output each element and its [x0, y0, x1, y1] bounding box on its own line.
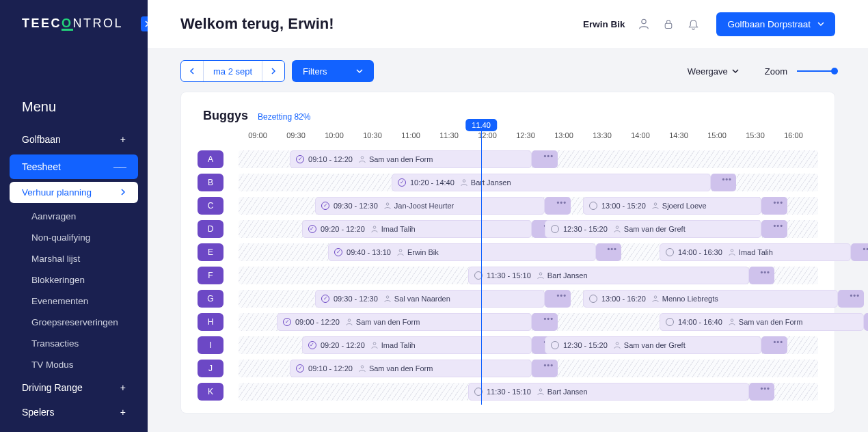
lock-icon[interactable]	[659, 14, 678, 33]
sidebar-sub-groeps[interactable]: Groepsreserveringen	[0, 312, 148, 333]
plus-icon: +	[120, 134, 126, 145]
booking-cleanup[interactable]: •••	[864, 313, 868, 331]
booking-segment[interactable]: 11:30 - 15:10Bart Jansen	[468, 267, 749, 284]
date-next-button[interactable]	[262, 61, 284, 81]
booking-cleanup[interactable]: •••	[838, 290, 864, 308]
row-track[interactable]: •••09:10 - 12:20Sam van den Form	[239, 150, 818, 168]
view-dropdown[interactable]: Weergave	[688, 66, 739, 77]
booking-segment[interactable]: 09:20 - 12:20Imad Talih	[302, 220, 532, 238]
menu-heading: Menu	[0, 99, 148, 127]
row-track[interactable]: •••10:20 - 14:40Bart Jansen	[239, 174, 818, 191]
booking-cleanup[interactable]: •••	[545, 197, 571, 215]
location-dropdown[interactable]: Golfbaan Dorpstraat	[716, 12, 835, 36]
brand-underscore: O	[62, 18, 73, 31]
booking-segment[interactable]: 09:10 - 12:20Sam van den Form	[290, 360, 532, 377]
booking-cleanup[interactable]: •••	[532, 150, 558, 168]
row-track[interactable]: •••09:00 - 12:20Sam van den Form•••14:00…	[239, 313, 818, 331]
booking-cleanup[interactable]: •••	[532, 313, 558, 331]
row-track[interactable]: •••09:20 - 12:20Imad Talih•••12:30 - 15:…	[239, 220, 818, 238]
svg-point-18	[539, 389, 542, 392]
row-track[interactable]: •••11:30 - 15:10Bart Jansen	[239, 383, 818, 401]
booking-segment[interactable]: 14:00 - 16:40Sam van den Form	[660, 313, 864, 331]
zoom-slider[interactable]	[797, 70, 835, 72]
booking-name: Sam van der Greft	[624, 341, 686, 349]
booking-segment[interactable]: 13:00 - 16:20Menno Liebregts	[583, 290, 838, 308]
row-track[interactable]: •••11:30 - 15:10Bart Jansen	[239, 267, 818, 284]
status-check-icon	[666, 318, 674, 326]
more-icon[interactable]: •••	[773, 338, 783, 346]
booking-segment[interactable]: 12:30 - 15:20Sam van der Greft	[545, 220, 761, 238]
sidebar-sub-trans[interactable]: Transacties	[0, 333, 148, 354]
person-icon	[383, 295, 392, 303]
more-icon[interactable]: •••	[543, 152, 554, 160]
main-area: Welkom terug, Erwin! Erwin Bik Golfbaan …	[148, 0, 868, 432]
sidebar-sub-marshal[interactable]: Marshal lijst	[0, 248, 148, 269]
more-icon[interactable]: •••	[773, 198, 783, 206]
booking-segment[interactable]: 09:30 - 12:30Sal van Naarden	[315, 290, 545, 308]
more-icon[interactable]: •••	[557, 291, 567, 299]
zoom-thumb[interactable]	[831, 68, 838, 75]
sidebar-sub-verhuur[interactable]: Verhuur planning	[10, 182, 138, 203]
sidebar-group-spelers[interactable]: Spelers +	[0, 400, 148, 424]
more-icon[interactable]: •••	[543, 361, 554, 369]
more-icon[interactable]: •••	[607, 245, 617, 253]
sidebar: TEECONTROL Menu Golfbaan + Teesheet —— V…	[0, 0, 148, 432]
booking-name: Sal van Naarden	[394, 295, 450, 303]
person-icon	[370, 341, 379, 349]
booking-cleanup[interactable]: •••	[749, 383, 774, 401]
filters-dropdown[interactable]: Filters	[292, 60, 374, 82]
user-name: Erwin Bik	[583, 19, 625, 29]
booking-cleanup[interactable]: •••	[749, 267, 774, 284]
date-label[interactable]: ma 2 sept	[203, 61, 262, 81]
more-icon[interactable]: •••	[760, 384, 770, 392]
booking-cleanup[interactable]: •••	[761, 336, 787, 354]
zoom-label: Zoom	[765, 66, 787, 77]
booking-cleanup[interactable]: •••	[761, 220, 787, 238]
booking-segment[interactable]: 09:00 - 12:20Sam van den Form	[277, 313, 532, 331]
booking-segment[interactable]: 09:30 - 12:30Jan-Joost Heurter	[315, 197, 545, 215]
sidebar-group-teesheet[interactable]: Teesheet ——	[10, 154, 138, 179]
more-icon[interactable]: •••	[722, 175, 732, 183]
sidebar-sub-even[interactable]: Evenementen	[0, 291, 148, 312]
bell-icon[interactable]	[683, 14, 703, 33]
sidebar-sub-nonqual[interactable]: Non-qualifying	[0, 227, 148, 248]
row-track[interactable]: •••09:40 - 13:10Erwin Bik•••14:00 - 16:3…	[239, 243, 818, 261]
sidebar-sub-aanvragen[interactable]: Aanvragen	[0, 206, 148, 227]
booking-cleanup[interactable]: •••	[596, 243, 621, 261]
user-icon[interactable]	[634, 14, 653, 33]
row-track[interactable]: •••09:30 - 12:30Sal van Naarden•••13:00 …	[239, 290, 818, 308]
booking-segment[interactable]: 11:30 - 15:10Bart Jansen	[468, 383, 749, 401]
more-icon[interactable]: •••	[760, 268, 770, 276]
sidebar-group-golfbaan[interactable]: Golfbaan +	[0, 127, 148, 152]
date-prev-button[interactable]	[181, 61, 203, 81]
more-icon[interactable]: •••	[850, 291, 860, 299]
sidebar-sub-tv[interactable]: TV Modus	[0, 354, 148, 375]
booking-segment[interactable]: 10:20 - 14:40Bart Jansen	[392, 174, 711, 191]
booking-segment[interactable]: 13:00 - 15:20Sjoerd Loeve	[583, 197, 761, 215]
sidebar-sub-label: TV Modus	[31, 360, 74, 370]
booking-segment[interactable]: 09:20 - 12:20Imad Talih	[302, 336, 532, 354]
brand-part2: C	[51, 16, 62, 31]
sidebar-sub-blokk[interactable]: Blokkeringen	[0, 269, 148, 291]
more-icon[interactable]: •••	[543, 314, 554, 323]
booking-segment[interactable]: 09:40 - 13:10Erwin Bik	[328, 243, 596, 261]
more-icon[interactable]: •••	[557, 198, 567, 206]
booking-cleanup[interactable]: •••	[532, 360, 558, 377]
sidebar-group-driving-range[interactable]: Driving Range +	[0, 375, 148, 400]
row-track[interactable]: •••09:10 - 12:20Sam van den Form	[239, 360, 818, 377]
more-icon[interactable]: •••	[773, 221, 783, 230]
row-label: K	[198, 383, 223, 401]
row-track[interactable]: •••09:20 - 12:20Imad Talih•••12:30 - 15:…	[239, 336, 818, 354]
booking-cleanup[interactable]: •••	[711, 174, 736, 191]
booking-segment[interactable]: 09:10 - 12:20Sam van den Form	[290, 150, 532, 168]
booking-cleanup[interactable]: •••	[761, 197, 787, 215]
booking-cleanup[interactable]: •••	[545, 290, 571, 308]
row-label: H	[198, 313, 223, 331]
booking-segment[interactable]: 14:00 - 16:30Imad Talih	[660, 243, 851, 261]
row-label: J	[198, 360, 223, 377]
booking-cleanup[interactable]: •••	[851, 243, 868, 261]
booking-name: Sam van den Form	[369, 364, 433, 373]
row-track[interactable]: •••09:30 - 12:30Jan-Joost Heurter•••13:0…	[239, 197, 818, 215]
booking-segment[interactable]: 12:30 - 15:20Sam van der Greft	[545, 336, 761, 354]
more-icon[interactable]: •••	[863, 245, 868, 253]
